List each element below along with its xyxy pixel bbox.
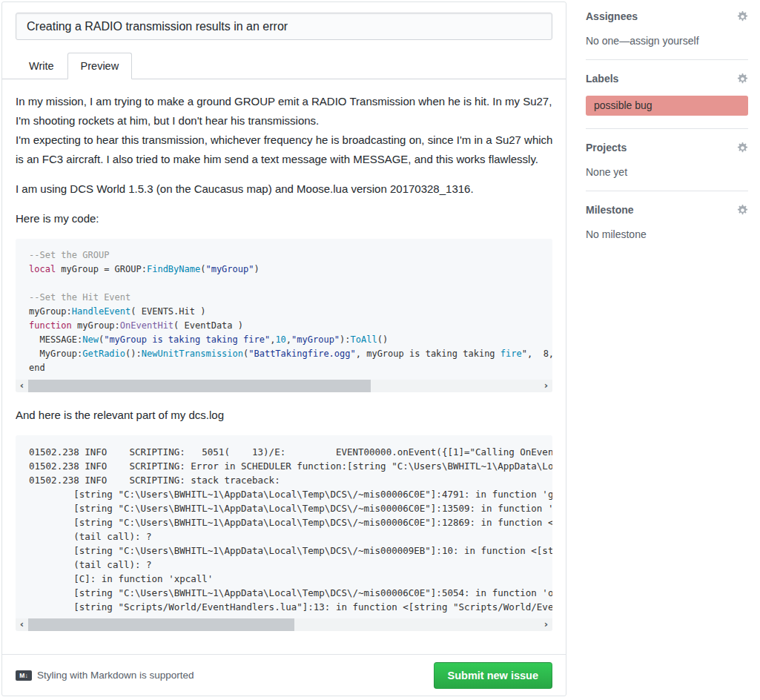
form-footer: M↓ Styling with Markdown is supported Su…	[2, 654, 566, 696]
sidebar-section-assignees: Assignees No one—assign yourself	[586, 10, 748, 60]
milestone-heading: Milestone	[586, 204, 634, 216]
assignees-heading: Assignees	[586, 10, 638, 22]
log-intro-paragraph: And here is the relevant part of my dcs.…	[16, 406, 552, 425]
sidebar-section-labels: Labels possible bug	[586, 73, 748, 129]
scroll-left-icon[interactable]: ‹	[16, 618, 28, 631]
submit-new-issue-button[interactable]: Submit new issue	[434, 662, 552, 689]
code-intro-line: Here is my code:	[16, 209, 552, 228]
lua-code-hscrollbar[interactable]: ‹ ›	[16, 380, 552, 392]
log-scrollbar-track[interactable]	[28, 618, 540, 631]
label-possible-bug[interactable]: possible bug	[586, 96, 748, 116]
issue-title-input[interactable]	[16, 13, 552, 40]
assignees-value[interactable]: No one—assign yourself	[586, 35, 748, 47]
gear-icon[interactable]	[737, 205, 748, 216]
lua-code: --Set the GROUPlocal myGroup = GROUP:Fin…	[16, 239, 552, 380]
dcs-log: 01502.238 INFO SCRIPTING: 5051( 13)/E: E…	[16, 435, 552, 618]
gear-icon[interactable]	[737, 11, 748, 22]
milestone-value: No milestone	[586, 228, 748, 240]
labels-heading: Labels	[586, 73, 618, 85]
markdown-icon: M↓	[16, 670, 32, 681]
intro-paragraph: In my mission, I am trying to make a gro…	[16, 92, 552, 169]
projects-value: None yet	[586, 166, 748, 178]
code-intro-paragraph: Here is my code:	[16, 209, 552, 228]
lua-code-block: --Set the GROUPlocal myGroup = GROUP:Fin…	[16, 239, 552, 392]
scroll-left-icon[interactable]: ‹	[16, 380, 28, 392]
log-scrollbar-thumb[interactable]	[28, 618, 294, 631]
issue-form: Write Preview In my mission, I am trying…	[1, 1, 566, 696]
dcs-log-hscrollbar[interactable]: ‹ ›	[16, 618, 552, 631]
write-preview-tabnav: Write Preview	[2, 52, 566, 79]
log-intro-line: And here is the relevant part of my dcs.…	[16, 406, 552, 425]
projects-heading: Projects	[586, 142, 627, 153]
environment-line: I am using DCS World 1.5.3 (on the Cauca…	[16, 179, 552, 199]
tab-preview[interactable]: Preview	[67, 53, 133, 79]
environment-paragraph: I am using DCS World 1.5.3 (on the Cauca…	[16, 179, 552, 199]
lua-scrollbar-thumb[interactable]	[28, 380, 371, 392]
scroll-right-icon[interactable]: ›	[540, 618, 552, 631]
issue-sidebar: Assignees No one—assign yourself Labels …	[586, 10, 748, 265]
sidebar-section-milestone: Milestone No milestone	[586, 204, 748, 253]
gear-icon[interactable]	[737, 142, 748, 153]
issue-title-row	[2, 2, 566, 40]
tab-write[interactable]: Write	[16, 53, 67, 79]
markdown-note-text: Styling with Markdown is supported	[37, 670, 194, 681]
lua-scrollbar-track[interactable]	[28, 380, 540, 392]
preview-pane: In my mission, I am trying to make a gro…	[2, 79, 566, 654]
scroll-right-icon[interactable]: ›	[540, 380, 552, 392]
sidebar-section-projects: Projects None yet	[586, 142, 748, 191]
dcs-log-block: 01502.238 INFO SCRIPTING: 5051( 13)/E: E…	[16, 435, 552, 631]
gear-icon[interactable]	[737, 73, 748, 85]
markdown-note: M↓ Styling with Markdown is supported	[16, 670, 194, 681]
